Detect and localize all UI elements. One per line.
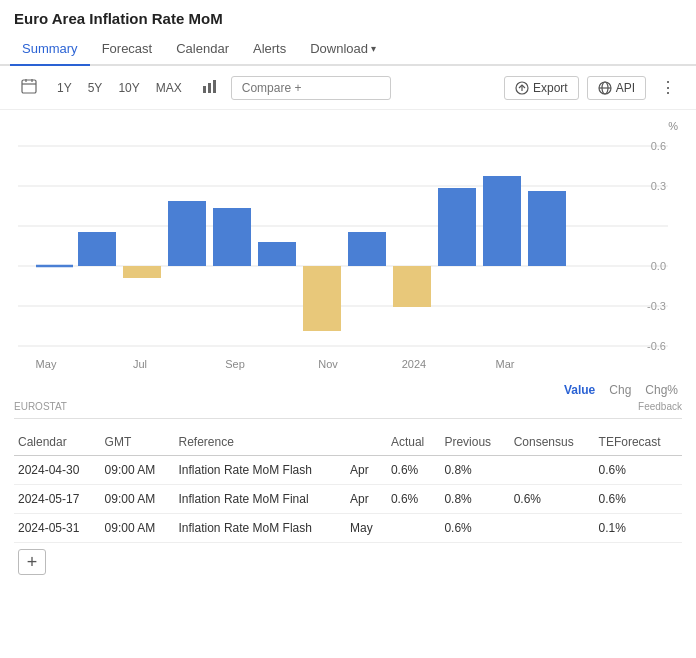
cell-teforecast: 0.1% [595, 514, 682, 543]
cell-actual: 0.6% [387, 456, 441, 485]
svg-rect-26 [168, 201, 206, 266]
svg-rect-29 [303, 266, 341, 331]
cell-actual: 0.6% [387, 485, 441, 514]
legend-value[interactable]: Value [564, 383, 595, 397]
tab-download[interactable]: Download ▾ [298, 33, 388, 64]
cell-ref-sub: Apr [346, 485, 387, 514]
chart-type-btn[interactable] [195, 74, 225, 101]
tab-calendar[interactable]: Calendar [164, 33, 241, 66]
cell-gmt: 09:00 AM [101, 485, 175, 514]
chart-svg-area[interactable]: 0.6 0.3 0.0 -0.3 -0.6 [14, 116, 682, 379]
svg-rect-0 [22, 80, 36, 93]
feedback-link[interactable]: Feedback [638, 401, 682, 412]
add-row-button[interactable]: + [18, 549, 46, 575]
cell-calendar: 2024-04-30 [14, 456, 101, 485]
svg-rect-6 [213, 80, 216, 93]
cell-gmt: 09:00 AM [101, 456, 175, 485]
cell-teforecast: 0.6% [595, 485, 682, 514]
cell-gmt: 09:00 AM [101, 514, 175, 543]
svg-rect-28 [258, 242, 296, 266]
col-header-ref-sub [346, 429, 387, 456]
page-title: Euro Area Inflation Rate MoM [0, 0, 696, 33]
cell-reference: Inflation Rate MoM Flash [175, 456, 347, 485]
svg-text:Mar: Mar [496, 358, 515, 370]
svg-text:-0.6: -0.6 [647, 340, 666, 352]
svg-text:2024: 2024 [402, 358, 426, 370]
toolbar-right: Export API ⋮ [504, 74, 682, 101]
tab-alerts[interactable]: Alerts [241, 33, 298, 66]
svg-rect-4 [203, 86, 206, 93]
legend-chg[interactable]: Chg [609, 383, 631, 397]
cell-reference: Inflation Rate MoM Final [175, 485, 347, 514]
table-row: 2024-05-31 09:00 AM Inflation Rate MoM F… [14, 514, 682, 543]
svg-rect-24 [78, 232, 116, 266]
col-header-reference: Reference [175, 429, 347, 456]
api-icon [598, 81, 612, 95]
svg-rect-27 [213, 208, 251, 266]
cell-calendar: 2024-05-31 [14, 514, 101, 543]
svg-text:-0.3: -0.3 [647, 300, 666, 312]
col-header-gmt: GMT [101, 429, 175, 456]
table-header-row: Calendar GMT Reference Actual Previous C… [14, 429, 682, 456]
col-header-teforecast: TEForecast [595, 429, 682, 456]
svg-rect-5 [208, 83, 211, 93]
cell-previous: 0.8% [440, 485, 509, 514]
svg-rect-34 [528, 191, 566, 266]
chart-container: % 0.6 0.3 0.0 -0.3 -0.6 [0, 110, 696, 379]
svg-text:0.0: 0.0 [651, 260, 666, 272]
chart-svg: 0.6 0.3 0.0 -0.3 -0.6 [14, 116, 682, 376]
cell-ref-sub: May [346, 514, 387, 543]
col-header-consensus: Consensus [510, 429, 595, 456]
chart-source-bar: EUROSTAT Feedback [0, 399, 696, 418]
period-buttons: 1Y 5Y 10Y MAX [50, 78, 189, 98]
svg-rect-30 [348, 232, 386, 266]
svg-text:Nov: Nov [318, 358, 338, 370]
svg-text:0.6: 0.6 [651, 140, 666, 152]
tab-forecast[interactable]: Forecast [90, 33, 165, 66]
calendar-icon-btn[interactable] [14, 74, 44, 101]
svg-text:0.3: 0.3 [651, 180, 666, 192]
cell-consensus: 0.6% [510, 485, 595, 514]
legend-chgpct[interactable]: Chg% [645, 383, 678, 397]
chart-icon [202, 78, 218, 94]
period-1y[interactable]: 1Y [50, 78, 79, 98]
period-10y[interactable]: 10Y [111, 78, 146, 98]
period-5y[interactable]: 5Y [81, 78, 110, 98]
svg-rect-31 [393, 266, 431, 307]
cell-ref-sub: Apr [346, 456, 387, 485]
tab-bar: Summary Forecast Calendar Alerts Downloa… [0, 33, 696, 66]
chart-source-label: EUROSTAT [14, 401, 67, 412]
cell-actual [387, 514, 441, 543]
chart-legend: Value Chg Chg% [0, 379, 696, 399]
cell-teforecast: 0.6% [595, 456, 682, 485]
export-icon [515, 81, 529, 95]
tab-summary[interactable]: Summary [10, 33, 90, 66]
svg-text:Jul: Jul [133, 358, 147, 370]
svg-rect-33 [483, 176, 521, 266]
cell-calendar: 2024-05-17 [14, 485, 101, 514]
col-header-actual: Actual [387, 429, 441, 456]
data-table: Calendar GMT Reference Actual Previous C… [14, 429, 682, 543]
compare-input[interactable] [231, 76, 391, 100]
calendar-icon [21, 78, 37, 94]
chevron-down-icon: ▾ [371, 43, 376, 54]
cell-previous: 0.8% [440, 456, 509, 485]
api-button[interactable]: API [587, 76, 646, 100]
more-options-button[interactable]: ⋮ [654, 74, 682, 101]
table-row: 2024-04-30 09:00 AM Inflation Rate MoM F… [14, 456, 682, 485]
col-header-calendar: Calendar [14, 429, 101, 456]
toolbar: 1Y 5Y 10Y MAX Export API [0, 66, 696, 110]
svg-rect-32 [438, 188, 476, 266]
cell-consensus [510, 514, 595, 543]
svg-text:May: May [36, 358, 57, 370]
cell-consensus [510, 456, 595, 485]
col-header-previous: Previous [440, 429, 509, 456]
svg-rect-25 [123, 266, 161, 278]
table-row: 2024-05-17 09:00 AM Inflation Rate MoM F… [14, 485, 682, 514]
cell-previous: 0.6% [440, 514, 509, 543]
table-wrapper: Calendar GMT Reference Actual Previous C… [0, 419, 696, 589]
cell-reference: Inflation Rate MoM Flash [175, 514, 347, 543]
svg-text:Sep: Sep [225, 358, 245, 370]
export-button[interactable]: Export [504, 76, 579, 100]
period-max[interactable]: MAX [149, 78, 189, 98]
